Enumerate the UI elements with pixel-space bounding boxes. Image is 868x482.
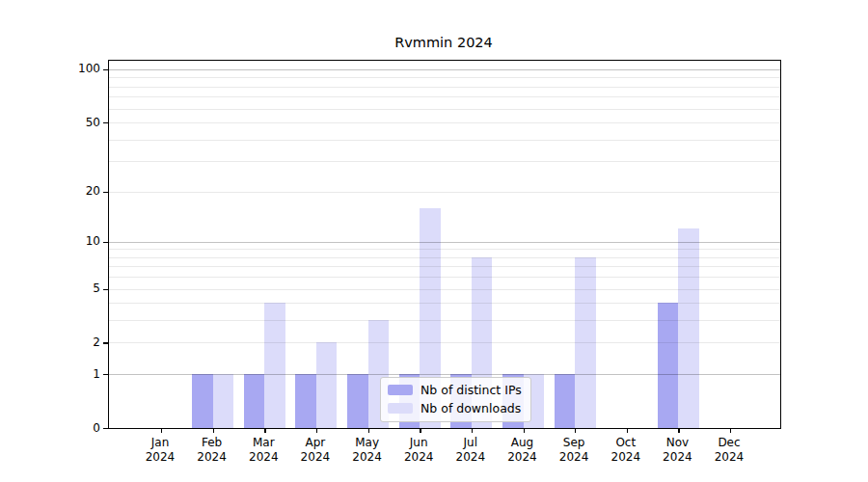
- y-tick-50: [103, 122, 109, 123]
- legend-swatch-icon: [388, 385, 413, 395]
- x-tick-dec: [730, 428, 731, 433]
- y-tick-label-0: 0: [0, 421, 100, 435]
- x-tick-nov: [678, 428, 679, 433]
- x-tick-label-jul: Jul2024: [442, 436, 500, 465]
- x-tick-jan: [161, 428, 162, 433]
- x-tick-label-oct: Oct2024: [597, 436, 655, 465]
- gridline-60: [109, 109, 780, 110]
- x-tick-feb: [213, 428, 214, 433]
- x-tick-label-apr: Apr2024: [286, 436, 344, 465]
- bar-distinct-ips-may: [347, 374, 368, 428]
- x-tick-label-feb: Feb2024: [183, 436, 241, 465]
- y-tick-label-1: 1: [0, 367, 100, 381]
- chart-title: Rvmmin 2024: [108, 35, 779, 50]
- y-tick-2: [103, 342, 109, 343]
- bar-downloads-feb: [213, 374, 234, 428]
- gridline-50: [109, 122, 780, 123]
- y-tick-label-5: 5: [0, 281, 100, 295]
- x-tick-label-aug: Aug2024: [494, 436, 552, 465]
- gridline-100: [109, 69, 780, 70]
- x-tick-jun: [420, 428, 420, 433]
- x-tick-may: [368, 428, 369, 433]
- legend-row-distinct-ips: Nb of distinct IPs: [388, 383, 522, 397]
- y-tick-10: [103, 242, 109, 243]
- x-tick-label-may: May2024: [339, 436, 396, 465]
- x-tick-label-jun: Jun2024: [390, 436, 448, 465]
- gridline-70: [109, 96, 780, 97]
- bar-distinct-ips-nov: [658, 303, 679, 428]
- bar-downloads-sep: [575, 257, 596, 428]
- figure: Rvmmin 2024 Nb of distinct IPsNb of down…: [0, 0, 868, 482]
- y-tick-label-100: 100: [0, 62, 100, 75]
- bar-downloads-mar: [264, 303, 285, 428]
- x-tick-sep: [575, 428, 576, 433]
- y-tick-label-2: 2: [0, 335, 100, 349]
- x-tick-aug: [524, 428, 525, 433]
- bar-distinct-ips-apr: [295, 374, 316, 428]
- gridline-40: [109, 140, 780, 141]
- y-tick-label-50: 50: [0, 116, 100, 129]
- bar-distinct-ips-feb: [192, 374, 213, 428]
- x-tick-oct: [627, 428, 628, 433]
- legend-row-downloads: Nb of downloads: [388, 401, 522, 415]
- legend: Nb of distinct IPsNb of downloads: [380, 377, 531, 422]
- bar-downloads-nov: [678, 228, 699, 428]
- x-tick-label-jan: Jan2024: [131, 436, 189, 465]
- bar-downloads-apr: [316, 342, 338, 428]
- x-tick-apr: [316, 428, 317, 433]
- y-tick-20: [103, 192, 109, 193]
- x-tick-label-nov: Nov2024: [648, 436, 706, 465]
- gridline-80: [109, 87, 780, 88]
- y-tick-100: [103, 69, 109, 70]
- bar-distinct-ips-mar: [244, 374, 265, 428]
- x-tick-mar: [264, 428, 265, 433]
- y-tick-label-10: 10: [0, 234, 100, 248]
- y-tick-5: [103, 289, 109, 290]
- y-tick-1: [103, 374, 109, 375]
- x-tick-label-dec: Dec2024: [700, 436, 758, 465]
- gridline-30: [109, 161, 780, 162]
- gridline-20: [109, 192, 780, 193]
- gridline-90: [109, 77, 780, 78]
- bar-distinct-ips-sep: [555, 374, 576, 428]
- y-tick-0: [103, 428, 109, 429]
- legend-label: Nb of distinct IPs: [420, 383, 522, 397]
- plot-area: Nb of distinct IPsNb of downloads: [108, 60, 781, 429]
- x-tick-label-sep: Sep2024: [545, 436, 603, 465]
- y-tick-label-20: 20: [0, 184, 100, 198]
- x-tick-jul: [472, 428, 473, 433]
- legend-label: Nb of downloads: [420, 401, 521, 415]
- legend-swatch-icon: [388, 403, 413, 414]
- x-tick-label-mar: Mar2024: [234, 436, 292, 465]
